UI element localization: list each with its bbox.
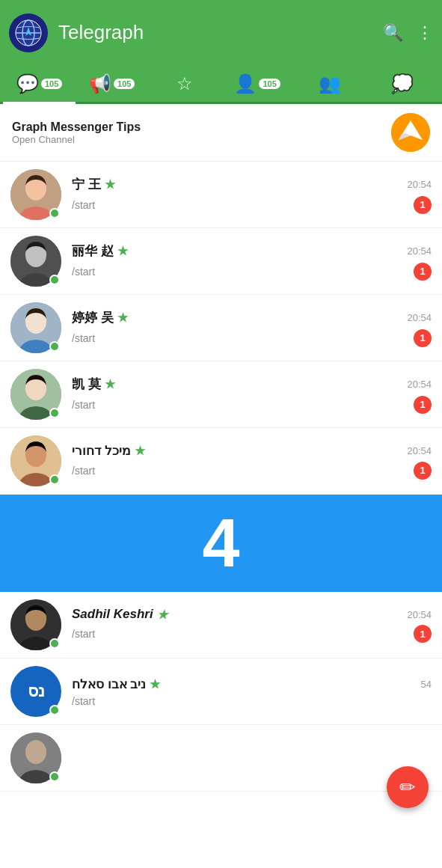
chat-top: 宁 王 ★ 20:54 xyxy=(72,176,432,193)
unread-badge: 1 xyxy=(414,263,432,281)
chat-name: 宁 王 ★ xyxy=(72,176,115,193)
unread-badge: 1 xyxy=(414,462,432,480)
chat-top: Sadhil Keshri ★ 20:54 xyxy=(72,607,432,622)
online-indicator xyxy=(49,341,60,352)
big-number-overlay: 4 xyxy=(0,495,442,592)
app-header: Telegraph 🔍 ⋮ xyxy=(0,0,442,65)
more-tab-icon: 💭 xyxy=(391,73,414,94)
list-item[interactable]: נס ניב אבו סאלח ★ 54 /start xyxy=(0,658,442,725)
chat-time: 20:54 xyxy=(407,379,432,390)
star-icon: ★ xyxy=(117,311,128,325)
chat-bottom: /start 1 xyxy=(72,396,432,414)
chat-time: 20:54 xyxy=(407,445,432,456)
compose-button[interactable]: ✏ xyxy=(387,766,429,808)
chat-preview: /start xyxy=(72,399,95,411)
chat-body: 宁 王 ★ 20:54 /start 1 xyxy=(72,176,432,214)
chat-body: 丽华 赵 ★ 20:54 /start 1 xyxy=(72,242,432,281)
chat-time: 20:54 xyxy=(407,245,432,257)
compose-icon: ✏ xyxy=(399,776,416,799)
list-item[interactable]: Sadhil Keshri ★ 20:54 /start 1 xyxy=(0,592,442,658)
list-item[interactable] xyxy=(0,725,442,792)
tab-more[interactable]: 💭 xyxy=(366,65,439,102)
chat-body: Sadhil Keshri ★ 20:54 /start 1 xyxy=(72,607,432,643)
star-icon: ★ xyxy=(105,177,115,192)
list-item[interactable]: 凯 莫 ★ 20:54 /start 1 xyxy=(0,361,442,428)
chat-preview: /start xyxy=(72,266,95,278)
contacts-badge: 105 xyxy=(259,79,280,89)
starred-icon: ☆ xyxy=(177,73,193,94)
unread-badge: 1 xyxy=(414,396,432,414)
chat-bottom: /start 1 xyxy=(72,625,432,643)
tab-chats[interactable]: 💬 105 xyxy=(3,65,76,102)
chat-preview: /start xyxy=(72,332,95,344)
avatar-wrap xyxy=(10,302,61,353)
avatar-wrap xyxy=(10,733,61,783)
avatar-wrap xyxy=(10,369,61,420)
online-indicator xyxy=(49,208,60,218)
star-icon: ★ xyxy=(117,244,128,258)
more-icon[interactable]: ⋮ xyxy=(417,23,433,43)
svg-point-31 xyxy=(25,740,46,764)
tab-starred[interactable]: ☆ xyxy=(148,65,221,102)
online-indicator xyxy=(49,705,60,715)
chat-top: 婷婷 吴 ★ 20:54 xyxy=(72,309,432,326)
chat-time: 20:54 xyxy=(407,312,432,323)
search-icon[interactable]: 🔍 xyxy=(383,23,403,43)
chat-body: 凯 莫 ★ 20:54 /start 1 xyxy=(72,376,432,414)
channel-sub: Open Channel xyxy=(12,134,391,145)
online-indicator xyxy=(49,275,60,285)
groups-icon: 👥 xyxy=(319,73,341,94)
online-indicator xyxy=(49,638,60,649)
app-title: Telegraph xyxy=(58,21,383,44)
header-actions: 🔍 ⋮ xyxy=(383,23,433,43)
chat-body: מיכל דחורי ★ 20:54 /start 1 xyxy=(72,443,432,480)
chat-name: ניב אבו סאלח ★ xyxy=(72,676,160,692)
chat-bottom: /start xyxy=(72,695,432,707)
chat-preview: /start xyxy=(72,465,95,477)
chat-time: 54 xyxy=(421,679,432,690)
tab-groups[interactable]: 👥 xyxy=(294,65,366,102)
list-item[interactable]: 宁 王 ★ 20:54 /start 1 xyxy=(0,162,442,228)
channel-banner[interactable]: Graph Messenger Tips Open Channel xyxy=(0,104,442,162)
list-item[interactable]: מיכל דחורי ★ 20:54 /start 1 xyxy=(0,428,442,495)
channel-name: Graph Messenger Tips xyxy=(12,120,391,134)
list-item[interactable]: 婷婷 吴 ★ 20:54 /start 1 xyxy=(0,295,442,361)
chat-body: ניב אבו סאלח ★ 54 /start xyxy=(72,676,432,707)
chat-top: 凯 莫 ★ 20:54 xyxy=(72,376,432,393)
chat-time: 20:54 xyxy=(407,609,432,620)
channels-icon: 📢 xyxy=(89,73,111,94)
chat-name: מיכל דחורי ★ xyxy=(72,443,145,459)
chat-preview: /start xyxy=(72,199,95,211)
star-icon: ★ xyxy=(105,377,115,391)
avatar-wrap xyxy=(10,435,61,486)
chat-name: 凯 莫 ★ xyxy=(72,376,115,393)
online-indicator xyxy=(49,408,60,418)
unread-badge: 1 xyxy=(414,625,432,643)
unread-badge: 1 xyxy=(414,329,432,347)
chat-top: ניב אבו סאלח ★ 54 xyxy=(72,676,432,692)
avatar-wrap: נס xyxy=(10,666,61,717)
chats-badge: 105 xyxy=(41,79,62,89)
online-indicator xyxy=(49,474,60,485)
chat-preview: /start xyxy=(72,695,95,707)
chat-top: 丽华 赵 ★ 20:54 xyxy=(72,242,432,260)
avatar-wrap xyxy=(10,599,61,650)
channel-info: Graph Messenger Tips Open Channel xyxy=(12,120,391,145)
chat-bottom: /start 1 xyxy=(72,263,432,281)
big-number: 4 xyxy=(202,505,239,582)
avatar-wrap xyxy=(10,236,61,287)
avatar-wrap xyxy=(10,169,61,220)
channel-avatar xyxy=(391,113,430,152)
star-icon: ★ xyxy=(150,677,160,691)
unread-badge: 1 xyxy=(414,196,432,214)
tab-contacts[interactable]: 👤 105 xyxy=(221,65,294,102)
chat-list-continued: Sadhil Keshri ★ 20:54 /start 1 נס ניב אב… xyxy=(0,592,442,792)
chat-preview: /start xyxy=(72,628,95,640)
chat-bottom: /start 1 xyxy=(72,329,432,347)
chat-time: 20:54 xyxy=(407,179,432,190)
app-logo xyxy=(9,13,48,52)
tab-channels[interactable]: 📢 105 xyxy=(76,65,148,102)
chat-name: 婷婷 吴 ★ xyxy=(72,309,128,326)
chat-top: מיכל דחורי ★ 20:54 xyxy=(72,443,432,459)
list-item[interactable]: 丽华 赵 ★ 20:54 /start 1 xyxy=(0,228,442,295)
